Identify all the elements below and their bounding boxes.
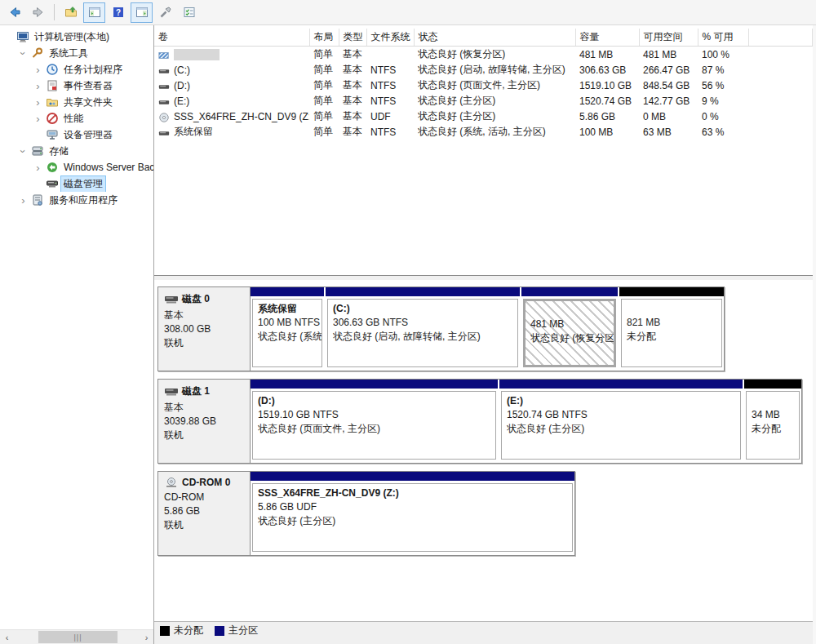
disk-title: CD-ROM 0 xyxy=(164,477,246,488)
volume-cell: 简单 xyxy=(309,78,339,93)
column-header-7[interactable]: % 可用 xyxy=(698,29,748,47)
help-button[interactable]: ? xyxy=(107,2,129,23)
partition-size: 821 MB xyxy=(627,316,716,330)
volume-cell: NTFS xyxy=(366,124,414,140)
volume-name: SSS_X64FRE_ZH-CN_DV9 (Z:) xyxy=(174,111,309,122)
sidebar-item-windows-server-backup[interactable]: ›Windows Server Back xyxy=(0,159,153,175)
partition-d[interactable]: (D:)1519.10 GB NTFS状态良好 (页面文件, 主分区) xyxy=(251,380,498,463)
sidebar-item-event-viewer[interactable]: ›事件查看器 xyxy=(0,78,153,94)
expander-icon[interactable]: › xyxy=(33,64,43,75)
partition-size: 100 MB NTFS xyxy=(258,316,317,330)
volume-name: (D:) xyxy=(174,80,190,91)
forward-button[interactable] xyxy=(27,2,49,23)
partition-c[interactable]: (C:)306.63 GB NTFS状态良好 (启动, 故障转储, 主分区) xyxy=(326,287,520,371)
sidebar-item-performance[interactable]: ›性能 xyxy=(0,110,153,127)
sidebar-item-services-applications[interactable]: ›服务和应用程序 xyxy=(0,192,153,208)
tools-button[interactable] xyxy=(154,2,176,23)
partition-body: 系统保留100 MB NTFS状态良好 (系统, 活动, 主分区) xyxy=(252,299,322,367)
partition-unallocated[interactable]: 34 MB未分配 xyxy=(744,380,801,463)
volume-row[interactable]: SSS_X64FRE_ZH-CN_DV9 (Z:)简单基本UDF状态良好 (主分… xyxy=(154,109,813,124)
column-header-1[interactable]: 布局 xyxy=(309,29,339,47)
up-level-button[interactable] xyxy=(60,2,82,23)
partition-size: 1520.74 GB NTFS xyxy=(507,408,735,422)
action-pane-toggle-button[interactable] xyxy=(131,2,153,23)
expander-icon[interactable]: › xyxy=(33,81,43,91)
sidebar-item-system-tools[interactable]: ›系统工具 xyxy=(0,45,153,61)
disk-header-cdrom-0[interactable]: CD-ROM 0CD-ROM5.86 GB联机 xyxy=(158,472,251,555)
expander-icon[interactable]: › xyxy=(33,162,43,173)
disk-title: 磁盘 0 xyxy=(164,292,246,306)
disk-management-content: 卷布局类型文件系统状态容量可用空间% 可用 简单基本状态良好 (恢复分区)481… xyxy=(154,25,816,644)
scrollbar-track[interactable]: ||| xyxy=(14,630,140,644)
volume-cell: 266.47 GB xyxy=(639,62,698,78)
partition-status: 未分配 xyxy=(752,422,794,436)
sidebar-item-storage[interactable]: ›存储 xyxy=(0,143,153,159)
volume-icon xyxy=(158,80,170,91)
partition-size: 306.63 GB NTFS xyxy=(333,316,512,330)
partition-name xyxy=(752,394,794,408)
sidebar-item-label: 设备管理器 xyxy=(61,127,115,143)
disk-header-disk-0[interactable]: 磁盘 0基本308.00 GB联机 xyxy=(158,287,251,371)
disk-info-line: 基本 xyxy=(164,401,246,415)
volume-row[interactable]: 系统保留简单基本NTFS状态良好 (系统, 活动, 主分区)100 MB63 M… xyxy=(154,124,813,140)
expander-icon[interactable]: › xyxy=(18,48,29,59)
expander-icon[interactable]: › xyxy=(18,195,29,206)
column-header-5[interactable]: 容量 xyxy=(575,29,639,47)
partition-sssx64frezhcndv9z[interactable]: SSS_X64FRE_ZH-CN_DV9 (Z:)5.86 GB UDF状态良好… xyxy=(251,472,574,555)
partition-e[interactable]: (E:)1520.74 GB NTFS状态良好 (主分区) xyxy=(499,380,743,463)
back-button[interactable] xyxy=(3,2,25,23)
column-header-4[interactable]: 状态 xyxy=(414,29,575,47)
partition-body: (D:)1519.10 GB NTFS状态良好 (页面文件, 主分区) xyxy=(252,391,496,460)
sidebar-item-shared-folders[interactable]: ›共享文件夹 xyxy=(0,94,153,110)
expander-icon[interactable]: › xyxy=(18,146,29,157)
sidebar-item-computer-management[interactable]: 计算机管理(本地) xyxy=(0,29,153,45)
partition-volume[interactable]: 系统保留100 MB NTFS状态良好 (系统, 活动, 主分区) xyxy=(251,287,324,371)
legend-swatch-unallocated xyxy=(160,626,170,636)
volume-row[interactable]: 简单基本状态良好 (恢复分区)481 MB481 MB100 % xyxy=(154,47,813,63)
volume-name: (E:) xyxy=(174,95,189,107)
volume-name-cell: (E:) xyxy=(154,93,309,109)
volume-cell: 简单 xyxy=(309,124,339,140)
column-header-6[interactable]: 可用空间 xyxy=(639,29,698,47)
expander-icon[interactable]: › xyxy=(33,113,43,124)
legend-label: 主分区 xyxy=(228,624,258,637)
column-header-3[interactable]: 文件系统 xyxy=(366,29,414,47)
volume-cell: 100 % xyxy=(698,47,748,63)
console-tree-toggle-button[interactable] xyxy=(83,2,105,23)
volume-cell-filler xyxy=(748,62,813,78)
partition-body: 34 MB未分配 xyxy=(746,391,800,460)
sidebar-item-task-scheduler[interactable]: ›任务计划程序 xyxy=(0,61,153,78)
volume-cell: 0 MB xyxy=(639,109,698,124)
partition-unallocated[interactable]: 821 MB未分配 xyxy=(619,287,724,371)
disk-info-line: CD-ROM xyxy=(164,491,246,504)
volume-row[interactable]: (D:)简单基本NTFS状态良好 (页面文件, 主分区)1519.10 GB84… xyxy=(154,78,813,93)
expander-icon[interactable]: › xyxy=(33,97,43,108)
svg-text:?: ? xyxy=(115,8,120,17)
volume-cell: 简单 xyxy=(309,93,339,109)
partition-color-bar xyxy=(251,472,574,481)
properties-button[interactable] xyxy=(178,2,200,23)
sidebar-item-label: 性能 xyxy=(61,111,86,127)
partition-color-bar xyxy=(251,287,324,296)
partition-color-bar xyxy=(744,380,801,389)
partition-strip: (D:)1519.10 GB NTFS状态良好 (页面文件, 主分区)(E:)1… xyxy=(251,380,801,463)
column-header-0[interactable]: 卷 xyxy=(154,29,309,47)
scroll-right-button[interactable]: › xyxy=(140,630,153,644)
sidebar-item-label: 系统工具 xyxy=(47,46,91,61)
volume-cell: 状态良好 (页面文件, 主分区) xyxy=(414,78,575,93)
scrollbar-thumb[interactable]: ||| xyxy=(38,631,118,643)
column-header-2[interactable]: 类型 xyxy=(339,29,366,47)
volume-name-cell: (D:) xyxy=(154,78,309,93)
disk-drive-icon xyxy=(164,294,179,304)
volume-row[interactable]: (C:)简单基本NTFS状态良好 (启动, 故障转储, 主分区)306.63 G… xyxy=(154,62,813,78)
disk-name: CD-ROM 0 xyxy=(182,477,230,488)
partition-name xyxy=(530,304,609,318)
partition-recovery[interactable]: 481 MB状态良好 (恢复分区) xyxy=(521,287,618,371)
volume-row[interactable]: (E:)简单基本NTFS状态良好 (主分区)1520.74 GB142.77 G… xyxy=(154,93,813,109)
sidebar-horizontal-scrollbar[interactable]: ‹ ||| › xyxy=(0,629,153,644)
sidebar-item-disk-management[interactable]: 磁盘管理 xyxy=(0,175,153,192)
scroll-left-button[interactable]: ‹ xyxy=(0,630,14,644)
disk-info-line: 基本 xyxy=(164,309,246,322)
disk-header-disk-1[interactable]: 磁盘 1基本3039.88 GB联机 xyxy=(158,380,251,463)
sidebar-item-device-manager[interactable]: 设备管理器 xyxy=(0,127,153,143)
